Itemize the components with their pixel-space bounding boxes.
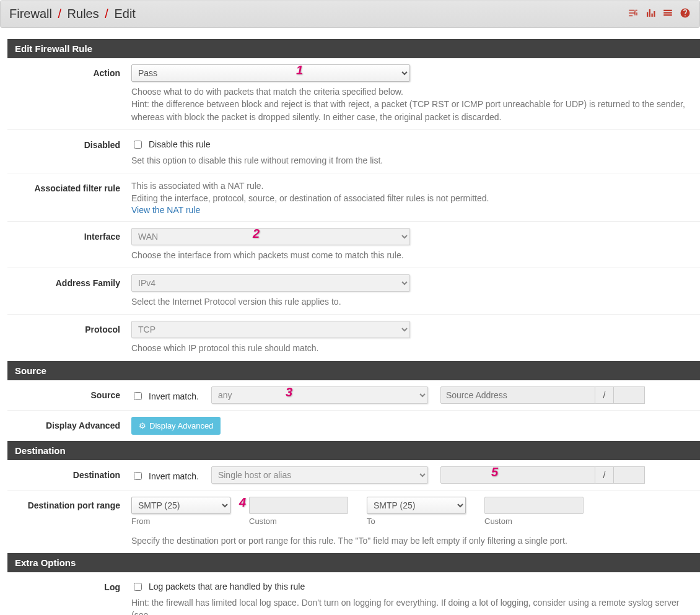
dest-port-from-custom (249, 497, 348, 514)
panel-heading: Destination (7, 441, 700, 460)
panel-heading: Source (7, 361, 700, 380)
help-text: Select the Internet Protocol version thi… (131, 295, 694, 308)
disable-checkbox[interactable] (134, 141, 142, 149)
assoc-text-1: This is associated with a NAT rule. (131, 180, 694, 192)
label-destination: Destination (7, 466, 131, 480)
help-text: Choose which IP protocol this rule shoul… (131, 342, 694, 354)
row-display-advanced: Display Advanced Display Advanced (7, 411, 700, 441)
row-interface: Interface WAN 2 Choose the interface fro… (7, 222, 700, 268)
help-text: Set this option to disable this rule wit… (131, 154, 694, 167)
row-log: Log Log packets that are handled by this… (7, 572, 700, 615)
panel-destination: Destination Destination Invert match. Si… (7, 441, 700, 553)
source-mask-select (614, 386, 645, 404)
checkbox-label: Invert match. (149, 391, 199, 401)
action-select[interactable]: Pass (131, 64, 410, 82)
dest-port-to-select[interactable]: SMTP (25) (367, 497, 466, 514)
interface-select: WAN (131, 228, 410, 245)
help-text: Choose what to do with packets that matc… (131, 85, 694, 123)
label-source: Source (7, 386, 131, 400)
checkbox-label: Log packets that are handled by this rul… (149, 582, 305, 591)
row-action: Action Pass 1 Choose what to do with pac… (7, 58, 700, 130)
panel-source: Source Source Invert match. any 3 / (7, 361, 700, 441)
crumb-firewall[interactable]: Firewall (9, 7, 52, 20)
button-label: Display Advanced (149, 421, 213, 430)
log-checkbox[interactable] (134, 583, 142, 591)
dest-port-to-custom (484, 497, 584, 514)
source-type-select: any (211, 386, 428, 404)
checkbox-label: Disable this rule (149, 139, 211, 149)
row-destination: Destination Invert match. Single host or… (7, 460, 700, 491)
row-protocol: Protocol TCP Choose which IP protocol th… (7, 315, 700, 360)
crumb-rules[interactable]: Rules (68, 7, 99, 20)
crumb-edit: Edit (114, 7, 135, 20)
label-action: Action (7, 64, 131, 78)
dest-port-from-select[interactable]: SMTP (25) (131, 497, 230, 514)
sublabel-custom: Custom (484, 517, 584, 526)
page-header: Firewall / Rules / Edit (0, 0, 700, 28)
slash-label: / (595, 386, 614, 404)
row-source: Source Invert match. any 3 / (7, 380, 700, 411)
label-disabled: Disabled (7, 136, 131, 150)
label-log: Log (7, 578, 131, 592)
dest-mask-select (614, 466, 645, 484)
panel-extra-options: Extra Options Log Log packets that are h… (7, 553, 700, 615)
log-icon[interactable] (662, 7, 673, 21)
sublabel-custom: Custom (249, 517, 348, 526)
slash-icon: / (105, 7, 108, 20)
address-family-select: IPv4 (131, 274, 410, 292)
view-nat-link[interactable]: View the NAT rule (131, 205, 200, 215)
help-text: Choose the interface from which packets … (131, 249, 694, 261)
source-invert-checkbox[interactable] (134, 392, 142, 400)
row-disabled: Disabled Disable this rule Set this opti… (7, 130, 700, 173)
breadcrumb: Firewall / Rules / Edit (9, 7, 136, 21)
annotation-4: 4 (239, 495, 246, 510)
source-address-input (440, 386, 595, 404)
label-interface: Interface (7, 228, 131, 242)
source-address-group: / (440, 386, 645, 404)
help-text: Hint: the firewall has limited local log… (131, 596, 694, 615)
protocol-select: TCP (131, 321, 410, 338)
sublabel-to: To (367, 517, 466, 526)
help-icon[interactable] (680, 7, 691, 21)
row-associated: Associated filter rule This is associate… (7, 173, 700, 222)
header-icons (628, 7, 691, 21)
slash-icon: / (58, 7, 61, 20)
sliders-icon[interactable] (628, 7, 639, 21)
row-dest-port-range: Destination port range 4 SMTP (25) From … (7, 491, 700, 553)
panel-edit-firewall-rule: Edit Firewall Rule Action Pass 1 Choose … (7, 39, 700, 361)
bar-chart-icon[interactable] (645, 7, 656, 21)
label-address-family: Address Family (7, 274, 131, 288)
destination-type-select: Single host or alias (211, 466, 428, 484)
dest-address-group: 5 / (440, 466, 645, 484)
panel-heading: Extra Options (7, 553, 700, 572)
label-display-advanced: Display Advanced (7, 417, 131, 430)
row-address-family: Address Family IPv4 Select the Internet … (7, 268, 700, 315)
slash-label: / (595, 466, 614, 484)
dest-address-input (440, 466, 595, 484)
panel-heading: Edit Firewall Rule (7, 39, 700, 58)
help-text: Specify the destination port or port ran… (131, 534, 694, 547)
display-advanced-button[interactable]: Display Advanced (131, 417, 221, 435)
label-associated: Associated filter rule (7, 180, 131, 193)
label-protocol: Protocol (7, 321, 131, 334)
sublabel-from: From (131, 517, 230, 526)
gear-icon (139, 421, 146, 430)
assoc-text-2: Editing the interface, protocol, source,… (131, 192, 694, 204)
label-dest-port-range: Destination port range (7, 497, 131, 510)
dest-invert-checkbox[interactable] (134, 472, 142, 480)
checkbox-label: Invert match. (149, 471, 199, 481)
